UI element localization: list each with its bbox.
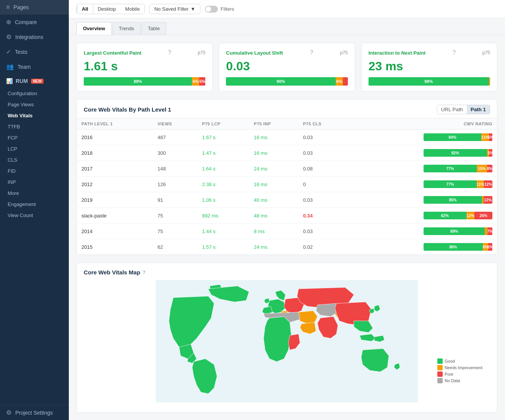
sidebar-item-compare[interactable]: ⊕ Compare — [0, 15, 69, 29]
table-header: Core Web Vitals By Path Level 1 URL Path… — [77, 99, 497, 118]
filters-toggle-switch[interactable] — [205, 6, 218, 13]
legend-nodata-color — [437, 378, 443, 383]
map-legend: Good Needs Improvement Poor No Data — [437, 358, 482, 383]
cls-value: 0.03 — [226, 59, 347, 73]
metric-card-inp: Interaction to Next Paint ? p75 23 ms 99… — [361, 43, 497, 91]
lcp-bar-needs: 6% — [192, 77, 199, 86]
lcp-bar: 89% 6% 5% — [84, 77, 205, 86]
legend-poor: Poor — [437, 371, 482, 377]
table-row: 2019 91 1.06 s 40 ms 0.03 85% 13% — [77, 192, 497, 208]
cwv-table: PATH LEVEL 1 VIEWS P75 LCP P75 INP P75 C… — [77, 118, 497, 255]
td-views: 487 — [153, 130, 197, 145]
td-cwv: 92% 5% — [350, 145, 497, 161]
sidebar-item-team[interactable]: 👥 Team — [0, 59, 69, 74]
sidebar-sub-view-count[interactable]: View Count — [0, 210, 69, 221]
url-path-btn[interactable]: URL Path — [437, 105, 467, 114]
sidebar-item-tests[interactable]: ✓ Tests — [0, 44, 69, 59]
td-cls: 0.08 — [299, 161, 351, 177]
metric-card-lcp: Largest Contentful Paint ? p75 1.61 s 89… — [76, 43, 213, 91]
content-area: Largest Contentful Paint ? p75 1.61 s 89… — [69, 35, 505, 420]
legend-good-label: Good — [445, 359, 455, 363]
col-inp: P75 INP — [249, 118, 299, 130]
td-views: 126 — [153, 177, 197, 192]
legend-good: Good — [437, 358, 482, 364]
tab-trends[interactable]: Trends — [112, 22, 141, 35]
sidebar-sub-more[interactable]: More — [0, 188, 69, 199]
td-path: slack-paste — [77, 208, 153, 224]
sidebar-sub-configuration[interactable]: Configuration — [0, 88, 69, 99]
inp-title: Interaction to Next Paint — [369, 50, 426, 56]
sidebar-sub-fid[interactable]: FID — [0, 165, 69, 177]
sidebar-sub-cls[interactable]: CLS — [0, 154, 69, 165]
lcp-bar-good: 89% — [84, 77, 192, 86]
td-path: 2017 — [77, 161, 153, 177]
inp-header: Interaction to Next Paint ? p75 — [369, 49, 490, 56]
main-content: All Desktop Mobile No Saved Filter ▼ Fil… — [69, 0, 505, 420]
tab-table[interactable]: Table — [141, 22, 166, 35]
td-inp: 24 ms — [249, 239, 299, 255]
cls-bar-poor — [343, 77, 348, 86]
td-cls: 0.02 — [299, 239, 351, 255]
path1-btn[interactable]: Path 1 — [467, 105, 490, 114]
sidebar-sub-inp[interactable]: INP — [0, 177, 69, 188]
table-row: 2015 62 1.57 s 24 ms 0.02 86% 8% 6% — [77, 239, 497, 255]
td-inp: 16 ms — [249, 145, 299, 161]
sidebar-item-rum[interactable]: 📊 RUM NEW — [0, 74, 69, 88]
inp-value: 23 ms — [369, 59, 490, 73]
table-row: 2017 148 1.64 s 24 ms 0.08 77% 15% 8% — [77, 161, 497, 177]
td-cwv: 89% 7% — [350, 224, 497, 239]
td-lcp: 1.47 s — [197, 145, 249, 161]
filter-all-btn[interactable]: All — [77, 4, 93, 14]
td-cwv: 85% 13% — [350, 192, 497, 208]
col-lcp: P75 LCP — [197, 118, 249, 130]
sidebar-sub-page-views[interactable]: Page Views — [0, 99, 69, 110]
sidebar-item-integrations[interactable]: ⚙ Integrations — [0, 29, 69, 44]
td-path: 2018 — [77, 145, 153, 161]
sidebar-sub-fcp[interactable]: FCP — [0, 132, 69, 143]
rum-icon: 📊 — [6, 78, 13, 84]
sidebar-sub-lcp[interactable]: LCP — [0, 143, 69, 154]
tab-overview[interactable]: Overview — [76, 22, 112, 35]
sidebar-item-rum-label: RUM — [16, 78, 28, 84]
inp-percentile: p75 — [482, 50, 490, 55]
sidebar-sub-ttfb[interactable]: TTFB — [0, 121, 69, 132]
pages-icon: ≡ — [6, 4, 10, 11]
path-toggle: URL Path Path 1 — [437, 105, 490, 114]
sidebar-item-pages-label: Pages — [13, 4, 29, 10]
filter-desktop-btn[interactable]: Desktop — [93, 4, 121, 14]
td-inp: 16 ms — [249, 130, 299, 145]
world-map-svg — [84, 280, 490, 402]
cwv-table-section: Core Web Vitals By Path Level 1 URL Path… — [76, 99, 497, 255]
inp-bar: 99% — [369, 77, 490, 86]
col-cls: P75 CLS — [299, 118, 351, 130]
world-map: Good Needs Improvement Poor No Data — [84, 280, 490, 406]
inp-bar-good: 99% — [369, 77, 489, 86]
td-views: 75 — [153, 208, 197, 224]
table-row: 2018 300 1.47 s 16 ms 0.03 92% 5% — [77, 145, 497, 161]
cls-bar-good: 90% — [226, 77, 335, 86]
lcp-info-icon: ? — [168, 49, 171, 56]
td-cwv: 77% 15% 8% — [350, 161, 497, 177]
td-cls: 0.34 — [299, 208, 351, 224]
cls-title: Cumulative Layout Shift — [226, 50, 283, 56]
filter-mobile-btn[interactable]: Mobile — [120, 4, 144, 14]
td-cls: 0.03 — [299, 145, 351, 161]
td-path: 2015 — [77, 239, 153, 255]
legend-poor-label: Poor — [445, 372, 453, 376]
sidebar-sub-web-vitals[interactable]: Web Vitals — [0, 110, 69, 121]
inp-bar-needs — [489, 77, 490, 86]
td-views: 300 — [153, 145, 197, 161]
td-path: 2019 — [77, 192, 153, 208]
saved-filter-btn[interactable]: No Saved Filter ▼ — [149, 4, 200, 14]
filters-toggle[interactable]: Filters — [205, 6, 234, 13]
td-lcp: 892 ms — [197, 208, 249, 224]
cls-percentile: p75 — [340, 50, 348, 55]
integrations-icon: ⚙ — [6, 33, 11, 41]
sidebar-sub-engagement[interactable]: Engagement — [0, 199, 69, 210]
col-path: PATH LEVEL 1 — [77, 118, 153, 130]
sidebar-item-pages[interactable]: ≡ Pages — [0, 0, 69, 15]
td-inp: 16 ms — [249, 177, 299, 192]
tests-icon: ✓ — [6, 48, 11, 55]
td-lcp: 1.64 s — [197, 161, 249, 177]
sidebar-item-project-settings[interactable]: ⚙ Project Settings — [0, 405, 69, 420]
